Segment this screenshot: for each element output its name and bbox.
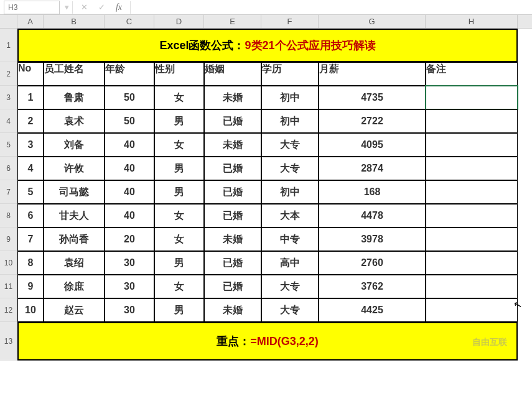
cell-salary[interactable]: 168: [319, 180, 426, 204]
cell-edu[interactable]: 大专: [261, 133, 319, 157]
footer-cell[interactable]: 重点： =MID(G3,2,2): [17, 322, 518, 361]
cell-marriage[interactable]: 未婚: [204, 298, 261, 322]
cell-gender[interactable]: 女: [154, 86, 204, 109]
cell-no[interactable]: 6: [17, 204, 44, 227]
header-gender[interactable]: 性别: [154, 62, 204, 86]
cell-marriage[interactable]: 未婚: [204, 227, 261, 251]
cell-edu[interactable]: 大专: [261, 275, 319, 298]
cell-note[interactable]: [426, 86, 518, 109]
cell-age[interactable]: 20: [105, 227, 154, 251]
row-header-7[interactable]: 7: [0, 180, 17, 204]
row-header-11[interactable]: 11: [0, 275, 17, 298]
cell-name[interactable]: 甘夫人: [44, 204, 105, 227]
cell-note[interactable]: [426, 204, 518, 227]
header-marriage[interactable]: 婚姻: [204, 62, 261, 86]
cell-salary[interactable]: 3762: [319, 275, 426, 298]
cell-gender[interactable]: 男: [154, 180, 204, 204]
cell-age[interactable]: 50: [105, 86, 154, 109]
cell-marriage[interactable]: 已婚: [204, 275, 261, 298]
cell-edu[interactable]: 初中: [261, 86, 319, 109]
fx-icon[interactable]: fx: [110, 2, 128, 12]
cell-name[interactable]: 刘备: [44, 133, 105, 157]
cell-salary[interactable]: 4478: [319, 204, 426, 227]
cell-gender[interactable]: 女: [154, 204, 204, 227]
cell-salary[interactable]: 2874: [319, 157, 426, 180]
header-name[interactable]: 员工姓名: [44, 62, 105, 86]
cell-edu[interactable]: 大本: [261, 204, 319, 227]
cell-marriage[interactable]: 已婚: [204, 180, 261, 204]
cell-note[interactable]: [426, 133, 518, 157]
col-header-h[interactable]: H: [426, 15, 518, 28]
cell-no[interactable]: 4: [17, 157, 44, 180]
header-edu[interactable]: 学历: [261, 62, 319, 86]
cell-name[interactable]: 徐庶: [44, 275, 105, 298]
cell-note[interactable]: [426, 251, 518, 275]
cell-marriage[interactable]: 未婚: [204, 86, 261, 109]
cell-age[interactable]: 40: [105, 133, 154, 157]
cell-marriage[interactable]: 已婚: [204, 109, 261, 133]
cell-name[interactable]: 司马懿: [44, 180, 105, 204]
cell-marriage[interactable]: 已婚: [204, 251, 261, 275]
row-header-5[interactable]: 5: [0, 133, 17, 157]
row-header-9[interactable]: 9: [0, 227, 17, 251]
cell-no[interactable]: 8: [17, 251, 44, 275]
cell-no[interactable]: 3: [17, 133, 44, 157]
cell-no[interactable]: 1: [17, 86, 44, 109]
col-header-c[interactable]: C: [105, 15, 154, 28]
cell-gender[interactable]: 男: [154, 251, 204, 275]
cell-salary[interactable]: 4735: [319, 86, 426, 109]
cell-age[interactable]: 30: [105, 298, 154, 322]
row-header-4[interactable]: 4: [0, 109, 17, 133]
cell-edu[interactable]: 初中: [261, 180, 319, 204]
title-cell[interactable]: Excel函数公式： 9类21个公式应用技巧解读: [17, 29, 518, 62]
cell-name[interactable]: 赵云: [44, 298, 105, 322]
col-header-d[interactable]: D: [154, 15, 204, 28]
row-header-3[interactable]: 3: [0, 86, 17, 109]
cell-salary[interactable]: 4095: [319, 133, 426, 157]
header-note[interactable]: 备注: [426, 62, 518, 86]
cell-marriage[interactable]: 已婚: [204, 157, 261, 180]
cell-note[interactable]: [426, 109, 518, 133]
cell-salary[interactable]: 4425: [319, 298, 426, 322]
col-header-e[interactable]: E: [204, 15, 261, 28]
cell-age[interactable]: 40: [105, 157, 154, 180]
row-header-1[interactable]: 1: [0, 29, 17, 62]
cell-edu[interactable]: 中专: [261, 227, 319, 251]
cell-note[interactable]: [426, 275, 518, 298]
cell-name[interactable]: 许攸: [44, 157, 105, 180]
row-header-8[interactable]: 8: [0, 204, 17, 227]
cell-gender[interactable]: 女: [154, 133, 204, 157]
cell-note[interactable]: [426, 227, 518, 251]
cell-edu[interactable]: 大专: [261, 298, 319, 322]
cell-edu[interactable]: 大专: [261, 157, 319, 180]
header-age[interactable]: 年龄: [105, 62, 154, 86]
cancel-icon[interactable]: ✕: [75, 2, 93, 12]
cell-edu[interactable]: 高中: [261, 251, 319, 275]
select-all-corner[interactable]: [0, 15, 17, 29]
cell-name[interactable]: 鲁肃: [44, 86, 105, 109]
cell-name[interactable]: 孙尚香: [44, 227, 105, 251]
cell-salary[interactable]: 3978: [319, 227, 426, 251]
cell-salary[interactable]: 2760: [319, 251, 426, 275]
cell-note[interactable]: [426, 298, 518, 322]
cell-age[interactable]: 40: [105, 204, 154, 227]
cell-no[interactable]: 7: [17, 227, 44, 251]
cell-edu[interactable]: 初中: [261, 109, 319, 133]
cell-name[interactable]: 袁绍: [44, 251, 105, 275]
cell-no[interactable]: 9: [17, 275, 44, 298]
row-header-6[interactable]: 6: [0, 157, 17, 180]
cell-age[interactable]: 40: [105, 180, 154, 204]
formula-input[interactable]: [133, 1, 532, 14]
name-box-dropdown[interactable]: ▾: [63, 2, 70, 12]
row-header-10[interactable]: 10: [0, 251, 17, 275]
cell-gender[interactable]: 女: [154, 227, 204, 251]
col-header-b[interactable]: B: [44, 15, 105, 28]
row-header-13[interactable]: 13: [0, 322, 17, 361]
col-header-g[interactable]: G: [319, 15, 426, 28]
name-box[interactable]: [4, 1, 60, 14]
header-no[interactable]: No: [17, 62, 44, 86]
cell-note[interactable]: [426, 157, 518, 180]
cell-gender[interactable]: 女: [154, 275, 204, 298]
cell-marriage[interactable]: 已婚: [204, 204, 261, 227]
cell-name[interactable]: 袁术: [44, 109, 105, 133]
